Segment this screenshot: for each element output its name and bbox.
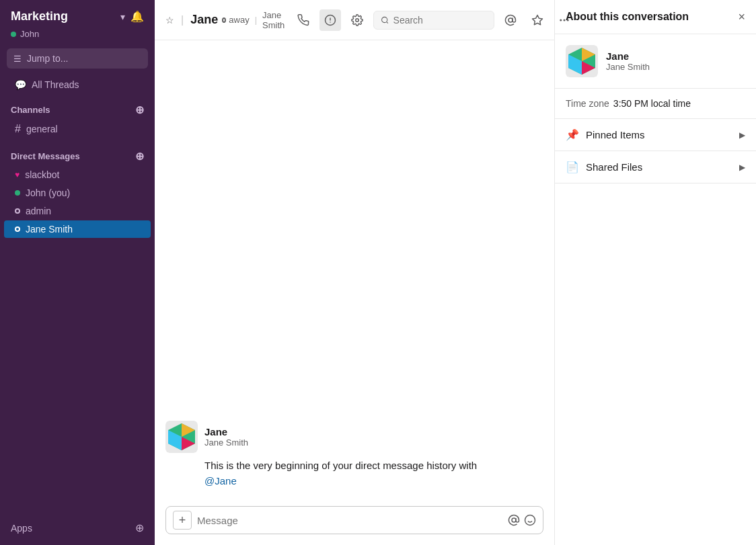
contact-info: Jane Jane Smith xyxy=(606,50,650,72)
main-chat: ☆ | Jane away | Jane Smith xyxy=(155,0,554,545)
intro-text: This is the very beginning of your direc… xyxy=(204,460,477,471)
apps-label: Apps xyxy=(11,523,32,534)
chat-messages: Jane Jane Smith This is the very beginni… xyxy=(155,40,554,499)
chat-header-icons xyxy=(293,9,575,31)
hash-icon: # xyxy=(15,123,21,135)
search-icon xyxy=(381,15,389,25)
workspace-name[interactable]: Marketing xyxy=(11,9,68,24)
chat-title: Jane xyxy=(190,13,218,27)
sidebar-header-icons: ▾ 🔔 xyxy=(120,10,144,23)
away-indicator xyxy=(222,17,226,23)
input-right-icons xyxy=(508,514,536,526)
svg-point-16 xyxy=(512,518,516,522)
right-panel-header: About this conversation × xyxy=(555,0,756,34)
svg-line-5 xyxy=(387,22,388,23)
dm-header[interactable]: Direct Messages ⊕ xyxy=(0,147,155,165)
right-panel-title: About this conversation xyxy=(566,11,689,23)
away-dot xyxy=(15,208,20,214)
threads-icon: 💬 xyxy=(15,79,26,90)
timezone-row: Time zone 3:50 PM local time xyxy=(555,89,756,119)
attach-button[interactable]: + xyxy=(173,511,192,530)
star-icon[interactable]: ☆ xyxy=(165,15,174,26)
admin-label: admin xyxy=(26,206,51,216)
timezone-value: 3:50 PM local time xyxy=(613,98,691,109)
sender-fullname: Jane Smith xyxy=(204,437,248,448)
john-label: John (you) xyxy=(26,187,70,198)
message-input[interactable] xyxy=(197,515,502,526)
svg-point-17 xyxy=(525,515,535,526)
channels-label: Channels xyxy=(11,105,50,115)
slackbot-label: slackbot xyxy=(25,169,59,180)
pinned-items-label: Pinned Items xyxy=(586,129,645,140)
jump-to-icon: ☰ xyxy=(13,54,22,64)
message-intro: Jane Jane Smith This is the very beginni… xyxy=(165,421,543,489)
mention-button[interactable] xyxy=(500,9,521,31)
jump-to-label: Jump to... xyxy=(27,53,68,64)
timezone-label: Time zone xyxy=(566,98,609,109)
at-button[interactable] xyxy=(508,514,520,526)
pipe2: | xyxy=(255,15,257,25)
sidebar-item-john[interactable]: John (you) xyxy=(4,184,151,202)
shared-files-section[interactable]: 📄 Shared Files ▶ xyxy=(555,151,756,183)
pinned-items-left: 📌 Pinned Items xyxy=(566,128,645,141)
contact-name: Jane xyxy=(606,50,650,62)
chat-header-left: ☆ | Jane away | Jane Smith xyxy=(165,10,286,30)
settings-button[interactable] xyxy=(346,9,368,31)
search-input[interactable] xyxy=(393,15,488,26)
apps-item[interactable]: Apps ⊕ xyxy=(0,517,155,538)
svg-point-10 xyxy=(560,19,562,21)
chat-input-box: + xyxy=(165,506,543,534)
contact-fullname: Jane Smith xyxy=(606,62,650,72)
bell-icon[interactable]: 🔔 xyxy=(130,10,144,23)
mention-link[interactable]: @Jane xyxy=(204,475,237,487)
all-threads-item[interactable]: 💬 All Threads xyxy=(4,75,151,94)
chat-input-area: + xyxy=(155,499,554,545)
add-apps-icon[interactable]: ⊕ xyxy=(135,521,144,534)
svg-point-8 xyxy=(564,19,565,21)
status-dot xyxy=(11,32,16,37)
add-dm-icon[interactable]: ⊕ xyxy=(135,150,144,163)
jane-label: Jane Smith xyxy=(26,224,73,235)
sender-name: Jane xyxy=(204,426,248,437)
sidebar-item-general[interactable]: # general xyxy=(4,120,151,138)
channels-section: Channels ⊕ # general xyxy=(0,95,155,142)
svg-point-4 xyxy=(382,17,387,22)
user-status: John xyxy=(0,29,155,46)
jump-to-button[interactable]: ☰ Jump to... xyxy=(7,48,148,69)
sidebar-username: John xyxy=(20,29,39,39)
shared-files-label: Shared Files xyxy=(586,161,642,173)
chevron-down-icon[interactable]: ▾ xyxy=(120,11,125,22)
jane-away-dot xyxy=(15,226,20,232)
chat-header: ☆ | Jane away | Jane Smith xyxy=(155,0,554,40)
sidebar: Marketing ▾ 🔔 John ☰ Jump to... 💬 All Th… xyxy=(0,0,155,545)
close-panel-button[interactable]: × xyxy=(738,11,745,23)
sidebar-item-slackbot[interactable]: ♥ slackbot xyxy=(4,166,151,183)
add-channel-icon[interactable]: ⊕ xyxy=(135,103,144,116)
message-text: This is the very beginning of your direc… xyxy=(165,458,543,489)
shared-files-left: 📄 Shared Files xyxy=(566,161,642,173)
heart-icon: ♥ xyxy=(15,170,20,179)
sidebar-header: Marketing ▾ 🔔 xyxy=(0,0,155,29)
sidebar-item-jane[interactable]: Jane Smith xyxy=(4,220,151,238)
status-text: away xyxy=(229,15,249,25)
emoji-button[interactable] xyxy=(524,514,536,526)
info-button[interactable] xyxy=(319,9,341,31)
pinned-items-section[interactable]: 📌 Pinned Items ▶ xyxy=(555,119,756,151)
svg-marker-7 xyxy=(533,15,543,24)
more-button[interactable] xyxy=(554,9,575,31)
channel-general-label: general xyxy=(26,124,58,134)
chevron-right-icon: ▶ xyxy=(739,130,745,140)
svg-point-9 xyxy=(568,19,569,21)
avatar xyxy=(165,421,198,453)
full-name-text: Jane Smith xyxy=(262,10,286,30)
channels-header[interactable]: Channels ⊕ xyxy=(0,101,155,119)
pipe-divider: | xyxy=(181,14,184,26)
svg-point-6 xyxy=(508,18,513,22)
sidebar-item-admin[interactable]: admin xyxy=(4,202,151,220)
online-dot xyxy=(15,190,20,196)
plus-icon: + xyxy=(179,513,186,528)
dm-section: Direct Messages ⊕ ♥ slackbot John (you) … xyxy=(0,142,155,241)
phone-button[interactable] xyxy=(293,9,314,31)
star-message-button[interactable] xyxy=(527,9,548,31)
chat-status-bar: away | Jane Smith xyxy=(222,10,286,30)
